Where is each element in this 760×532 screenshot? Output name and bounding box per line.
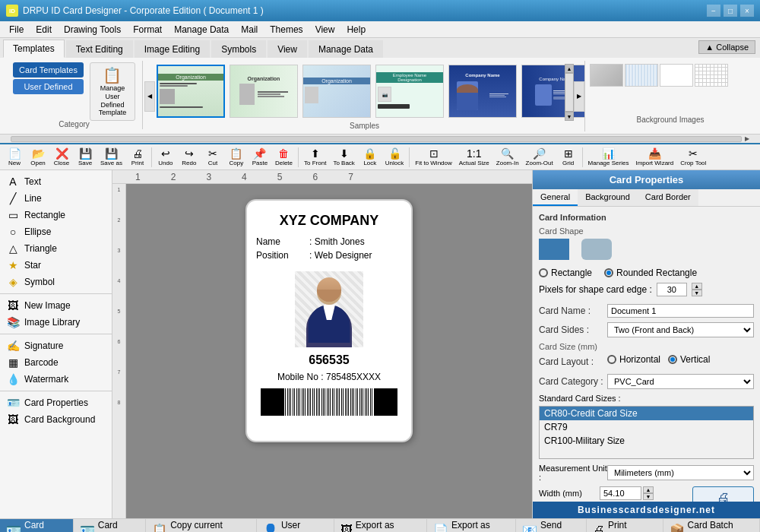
shape-rectangle[interactable] — [539, 239, 569, 260]
tab-symbols[interactable]: Symbols — [211, 40, 266, 58]
ribbon-scrollbar[interactable] — [11, 136, 742, 142]
pixels-down[interactable]: ▼ — [692, 290, 702, 296]
collapse-button[interactable]: ▲ Collapse — [698, 40, 755, 54]
bottom-btn-print-design[interactable]: 🖨 Print Design — [587, 519, 663, 532]
pixels-up[interactable]: ▲ — [692, 283, 702, 290]
tb-manageseries-btn[interactable]: 📊Manage Series — [585, 146, 632, 168]
tool-signature[interactable]: ✍ Signature — [0, 337, 112, 354]
bottom-btn-card-back[interactable]: 🪪 Card Back — [74, 519, 146, 532]
tb-toback-btn[interactable]: ⬇To Back — [330, 146, 357, 168]
tb-undo-btn[interactable]: ↩Undo — [154, 146, 177, 168]
radio-rounded-rectangle[interactable]: Rounded Rectangle — [604, 268, 697, 278]
bg-thumb-1[interactable] — [590, 64, 623, 87]
tb-paste-btn[interactable]: 📌Paste — [249, 146, 271, 168]
width-input[interactable] — [600, 486, 641, 500]
shape-rounded-rectangle[interactable] — [581, 239, 612, 260]
menu-mail[interactable]: Mail — [235, 23, 264, 36]
radio-vertical[interactable]: Vertical — [668, 354, 710, 365]
sample-thumb-2[interactable]: Organization — [230, 65, 298, 118]
tb-actualsize-btn[interactable]: 1:1Actual Size — [456, 146, 492, 168]
std-card-cr79[interactable]: CR79 — [540, 420, 753, 434]
bg-thumb-2[interactable] — [625, 64, 658, 87]
tb-open-btn[interactable]: 📂Open — [27, 146, 49, 168]
prop-tab-background[interactable]: Background — [578, 189, 638, 206]
tab-image-editing[interactable]: Image Editing — [135, 40, 210, 58]
sample-thumb-5[interactable]: Company Name — [448, 65, 517, 118]
card-sides-select[interactable]: Two (Front and Back) One (Front only) — [607, 322, 754, 337]
tool-new-image[interactable]: 🖼 New Image — [0, 297, 112, 314]
tb-delete-btn[interactable]: 🗑Delete — [272, 146, 296, 168]
tb-cut-btn[interactable]: ✂Cut — [201, 146, 224, 168]
minimize-button[interactable]: − — [707, 5, 720, 17]
get-from-printer-button[interactable]: 🖨 Get size from Printer — [692, 486, 754, 502]
samples-scroll-left[interactable]: ◀ — [144, 81, 155, 112]
tool-image-library[interactable]: 📚 Image Library — [0, 314, 112, 331]
cat-btn-user-defined[interactable]: User Defined — [13, 79, 84, 94]
pixels-input[interactable] — [657, 283, 687, 296]
tab-text-editing[interactable]: Text Editing — [66, 40, 133, 58]
tool-text[interactable]: A Text — [0, 173, 112, 190]
sample-thumb-3[interactable]: Organization — [302, 65, 371, 118]
radio-rectangle[interactable]: Rectangle — [539, 268, 592, 278]
scroll-up-btn[interactable]: ▲ — [565, 64, 574, 73]
menu-format[interactable]: Format — [127, 23, 168, 36]
bg-thumb-4[interactable] — [695, 64, 728, 87]
sample-thumb-4[interactable]: Employee NameDesignation 📷 — [375, 65, 444, 118]
tb-close-btn[interactable]: ❌Close — [50, 146, 73, 168]
sample-thumb-1[interactable]: Organization — [157, 65, 225, 118]
card-category-select[interactable]: PVC_Card — [607, 374, 754, 389]
prop-tab-card-border[interactable]: Card Border — [638, 189, 698, 206]
id-card[interactable]: XYZ COMPANY Name : Smith Jones Position … — [245, 199, 413, 442]
tool-star[interactable]: ★ Star — [0, 257, 112, 274]
tool-triangle[interactable]: △ Triangle — [0, 240, 112, 257]
radio-horizontal[interactable]: Horizontal — [607, 354, 660, 365]
tb-saveas-btn[interactable]: 💾Save as — [97, 146, 125, 168]
manage-user-defined-button[interactable]: 📋 Manage User Defined Template — [90, 62, 135, 121]
menu-file[interactable]: File — [3, 23, 30, 36]
tb-print-btn[interactable]: 🖨Print — [126, 146, 149, 168]
tool-barcode[interactable]: ▦ Barcode — [0, 354, 112, 371]
width-up[interactable]: ▲ — [643, 486, 654, 493]
tool-card-background[interactable]: 🖼 Card Background — [0, 411, 112, 428]
tool-watermark[interactable]: 💧 Watermark — [0, 371, 112, 388]
maximize-button[interactable]: □ — [724, 5, 737, 17]
menu-themes[interactable]: Themes — [264, 23, 309, 36]
tb-redo-btn[interactable]: ↪Redo — [178, 146, 201, 168]
bottom-btn-export-pdf[interactable]: 📄 Export as PDF — [427, 519, 516, 532]
samples-scroll-right[interactable]: ▶ — [574, 81, 584, 112]
tab-templates[interactable]: Templates — [3, 40, 65, 58]
close-button[interactable]: × — [740, 5, 754, 17]
tab-view[interactable]: View — [268, 40, 307, 58]
bottom-btn-card-front[interactable]: 🪪 Card Front — [0, 519, 74, 532]
menu-manage-data[interactable]: Manage Data — [168, 23, 235, 36]
tb-save-btn[interactable]: 💾Save — [74, 146, 97, 168]
menu-view[interactable]: View — [309, 23, 341, 36]
prop-tab-general[interactable]: General — [533, 189, 578, 206]
bottom-btn-card-batch[interactable]: 📦 Card Batch Data — [663, 519, 760, 532]
tb-grid-btn[interactable]: ⊞Grid — [557, 146, 580, 168]
std-card-cr100[interactable]: CR100-Military Size — [540, 434, 753, 448]
bottom-btn-user-profile[interactable]: 👤 User Profile — [257, 519, 334, 532]
tb-zoomout-btn[interactable]: 🔎Zoom-Out — [523, 146, 556, 168]
measurement-select[interactable]: Milimeters (mm) Inches — [607, 465, 754, 480]
bottom-btn-export-image[interactable]: 🖼 Export as Image — [334, 519, 427, 532]
tool-ellipse[interactable]: ○ Ellipse — [0, 223, 112, 240]
width-down[interactable]: ▼ — [643, 493, 654, 500]
tool-card-properties[interactable]: 🪪 Card Properties — [0, 394, 112, 411]
tb-copy-btn[interactable]: 📋Copy — [225, 146, 248, 168]
cat-btn-card-templates[interactable]: Card Templates — [13, 62, 84, 78]
tb-lock-btn[interactable]: 🔒Lock — [359, 146, 382, 168]
tb-fitwindow-btn[interactable]: ⊡Fit to Window — [412, 146, 454, 168]
tb-zoomin-btn[interactable]: 🔍Zoom-In — [493, 146, 522, 168]
tb-importwizard-btn[interactable]: 📥Import Wizard — [632, 146, 676, 168]
tool-line[interactable]: ╱ Line — [0, 190, 112, 207]
menu-drawing-tools[interactable]: Drawing Tools — [58, 23, 127, 36]
menu-help[interactable]: Help — [340, 23, 372, 36]
card-name-input[interactable] — [607, 304, 754, 318]
bottom-btn-copy-design[interactable]: 📋 Copy current design — [146, 519, 257, 532]
std-cards-list[interactable]: CR80-Credit Card Size CR79 CR100-Militar… — [539, 406, 754, 459]
tb-unlock-btn[interactable]: 🔓Unlock — [382, 146, 407, 168]
bottom-btn-send-mail[interactable]: 📧 Send Mail — [516, 519, 587, 532]
scroll-right-arrow[interactable]: ▶ — [745, 135, 749, 142]
tool-rectangle[interactable]: ▭ Rectangle — [0, 207, 112, 223]
